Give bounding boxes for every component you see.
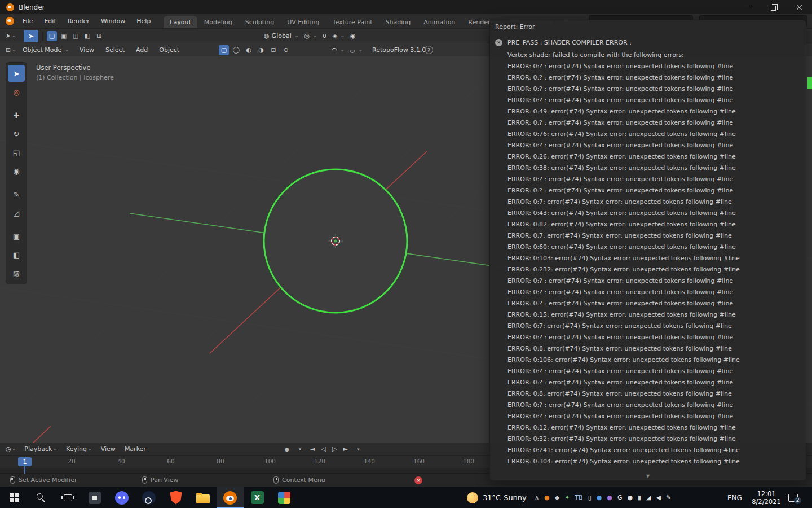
- tray-pen-icon[interactable]: ✎: [666, 494, 671, 501]
- viewport-menu-item[interactable]: Add: [131, 45, 153, 55]
- hidden-icons-chevron[interactable]: ∧: [535, 494, 539, 501]
- shading-material[interactable]: ◑: [256, 45, 266, 55]
- tray-green-app[interactable]: ✦: [564, 494, 570, 501]
- workspace-tab[interactable]: Texture Paint: [326, 16, 379, 28]
- gizmos-dropdown[interactable]: ◡ ⌄: [350, 46, 362, 54]
- timeline-menu-item[interactable]: Keying ⌄: [62, 444, 96, 454]
- search-button[interactable]: [27, 487, 54, 508]
- jump-to-start-button[interactable]: ⇤: [299, 445, 304, 453]
- menu-item[interactable]: Render: [63, 16, 95, 27]
- tray-network-icon[interactable]: ◢: [646, 494, 651, 501]
- select-mode-extend[interactable]: ▣: [59, 31, 69, 41]
- app-discord[interactable]: [108, 487, 135, 508]
- menu-item[interactable]: Edit: [39, 16, 61, 27]
- tool-move[interactable]: ✚: [8, 107, 25, 124]
- workspace-tab[interactable]: Sculpting: [239, 16, 280, 28]
- transform-orientation-dropdown[interactable]: ◍ Global ⌄: [264, 32, 298, 40]
- proportional-edit-toggle[interactable]: ◉: [350, 32, 356, 40]
- error-status-icon[interactable]: ✕: [414, 476, 422, 484]
- minimize-button[interactable]: [734, 0, 760, 14]
- menu-item[interactable]: File: [17, 16, 38, 27]
- show-gizmo-toggle[interactable]: ▢: [219, 45, 229, 55]
- snap-toggle[interactable]: ∪: [323, 32, 327, 40]
- select-mode-invert[interactable]: ◧: [82, 31, 92, 41]
- taskbar-clock[interactable]: 12:01 8/2/2021: [748, 487, 785, 508]
- timeline-menu-item[interactable]: View ⌄: [97, 444, 120, 454]
- tool-rotate[interactable]: ↻: [8, 125, 25, 142]
- active-tool-dropdown[interactable]: ➤ ⌄: [5, 31, 17, 41]
- language-indicator[interactable]: ENG: [727, 487, 742, 508]
- tool-scale[interactable]: ◱: [8, 144, 25, 161]
- select-mode-subtract[interactable]: ◫: [70, 31, 81, 41]
- select-mode-intersect[interactable]: ⊞: [94, 31, 104, 41]
- next-keyframe-button[interactable]: ►: [343, 445, 347, 453]
- select-mode-new[interactable]: ▢: [47, 31, 57, 41]
- viewport-menu-item[interactable]: View: [74, 45, 99, 55]
- overlays-dropdown[interactable]: ◠ ⌄: [332, 46, 344, 54]
- restore-button[interactable]: [760, 0, 786, 14]
- shading-wireframe[interactable]: ◯: [231, 45, 241, 55]
- task-view-button[interactable]: [54, 487, 81, 508]
- tray-clipboard-app[interactable]: ▯: [588, 494, 592, 501]
- prev-keyframe-button[interactable]: ◄: [310, 445, 315, 453]
- app-icon: [278, 492, 290, 504]
- tray-blue-app[interactable]: ●: [597, 494, 602, 501]
- start-button[interactable]: [0, 487, 27, 508]
- active-tool-button[interactable]: ➤: [24, 30, 38, 42]
- error-report-panel[interactable]: Report: Error ✕ PRE_PASS : SHADER COMPIL…: [489, 20, 806, 481]
- app-blender[interactable]: [217, 487, 244, 508]
- tray-tb-app[interactable]: TB: [575, 494, 582, 501]
- workspace-tab[interactable]: Shading: [379, 16, 417, 28]
- snap-settings-dropdown[interactable]: ◈ ⌄: [333, 32, 345, 40]
- mode-dropdown[interactable]: Object Mode ⌄: [23, 46, 69, 54]
- auto-keying-toggle[interactable]: ●: [285, 446, 289, 452]
- tool-select-tweak[interactable]: ➤: [8, 65, 25, 82]
- workspace-tab[interactable]: Layout: [164, 16, 197, 28]
- tray-volume-icon[interactable]: ◀: [656, 494, 661, 501]
- close-button[interactable]: [786, 0, 812, 14]
- play-button[interactable]: ▷: [332, 445, 337, 453]
- tray-white-app[interactable]: ●: [627, 494, 633, 501]
- tool-cursor[interactable]: ◎: [8, 84, 25, 100]
- timeline-menu-item[interactable]: Playback ⌄: [20, 444, 61, 454]
- shading-rendered[interactable]: ⊡: [268, 45, 279, 55]
- app-file-explorer[interactable]: [189, 487, 217, 508]
- action-center-button[interactable]: 2: [788, 487, 798, 508]
- tool-measure[interactable]: ◿: [8, 204, 25, 221]
- tool-annotate[interactable]: ✎: [8, 186, 25, 203]
- help-button[interactable]: ?: [425, 46, 433, 54]
- tray-g-app[interactable]: G: [617, 494, 623, 501]
- timeline-editor-button[interactable]: ◷ ⌄: [5, 444, 17, 454]
- jump-to-end-button[interactable]: ⇥: [354, 445, 359, 453]
- app-dark[interactable]: [81, 487, 108, 508]
- tray-shield-app[interactable]: ◆: [555, 494, 559, 501]
- app-color-grid[interactable]: [271, 487, 298, 508]
- app-brave[interactable]: [162, 487, 189, 508]
- pivot-point-dropdown[interactable]: ◎ ⌄: [304, 32, 316, 40]
- tool-texture[interactable]: ▨: [8, 265, 25, 282]
- more-content-arrow[interactable]: ▼: [490, 474, 806, 479]
- viewport-menu-item[interactable]: Select: [100, 45, 130, 55]
- current-frame-indicator[interactable]: 1: [18, 457, 32, 466]
- workspace-tab[interactable]: Animation: [417, 16, 461, 28]
- tray-orange-app[interactable]: ●: [544, 494, 550, 501]
- menu-item[interactable]: Window: [96, 16, 130, 27]
- shading-solid[interactable]: ◐: [244, 45, 254, 55]
- tool-add-cube[interactable]: ▣: [8, 227, 25, 244]
- menu-item[interactable]: Help: [131, 16, 156, 27]
- tool-transform[interactable]: ◉: [8, 163, 25, 179]
- tool-extrude[interactable]: ◧: [8, 246, 25, 263]
- app-steam[interactable]: [135, 487, 162, 508]
- tray-phone-icon[interactable]: ▮: [638, 494, 641, 501]
- viewport-visibility[interactable]: ⊙: [281, 45, 291, 55]
- weather-widget[interactable]: 31°C Sunny: [462, 487, 531, 508]
- play-reverse-button[interactable]: ◁: [321, 445, 326, 453]
- workspace-tab[interactable]: UV Editing: [281, 16, 325, 28]
- app-excel[interactable]: X: [244, 487, 271, 508]
- editor-type-button[interactable]: ⊞ ⌄: [5, 45, 17, 55]
- viewport-menu-item[interactable]: Object: [154, 45, 184, 55]
- retopoflow-menu[interactable]: RetopoFlow 3.1.0 ⌄: [372, 43, 431, 56]
- workspace-tab[interactable]: Modeling: [198, 16, 239, 28]
- tray-purple-app[interactable]: ●: [607, 494, 612, 501]
- timeline-menu-item[interactable]: Marker ⌄: [121, 444, 150, 454]
